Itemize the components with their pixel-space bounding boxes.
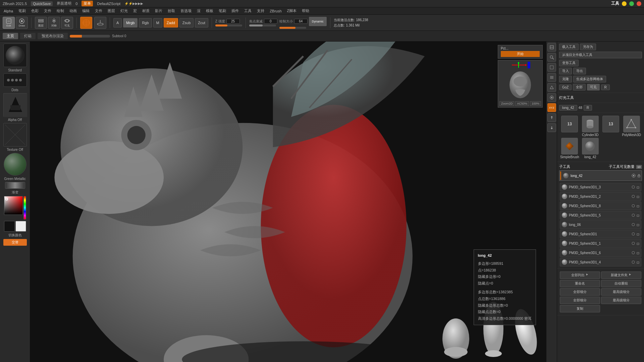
highest-subdiv2-btn[interactable]: 最高级细分 — [601, 297, 641, 304]
menu-pick[interactable]: 拾取 — [165, 8, 177, 14]
auto-group-btn[interactable]: 自动重组 — [601, 280, 641, 287]
import-tool-btn[interactable]: 载入工具 — [559, 44, 579, 50]
mesh-icon-btn[interactable] — [547, 83, 556, 92]
tool-simplebrush[interactable]: SimpleBrush — [560, 138, 580, 159]
visible2-btn[interactable]: 可见 — [587, 84, 600, 90]
layer-button[interactable]: 图层 — [35, 17, 47, 29]
brush-preview[interactable] — [3, 44, 27, 67]
clone-btn[interactable]: 克隆 — [559, 76, 572, 82]
z-intensity-val[interactable]: 25 — [226, 19, 240, 24]
layer-icon-btn[interactable] — [547, 73, 556, 82]
begin-btn[interactable]: 开始 — [501, 51, 540, 57]
menu-draw[interactable]: 绘制 — [54, 8, 66, 14]
menu-movie[interactable]: 影片 — [153, 8, 165, 14]
hue-strip[interactable] — [23, 196, 26, 220]
floor-btn[interactable] — [94, 17, 106, 29]
zcut-btn[interactable]: Zcut — [195, 18, 208, 27]
menu-animation[interactable]: 动画 — [67, 8, 79, 14]
swatch-white[interactable] — [15, 221, 26, 232]
subtool-pm3d-2[interactable]: PM3D_Sphere3D1_2 — [560, 192, 641, 201]
subtool-pm3d-5[interactable]: PM3D_Sphere3D1_5 — [560, 211, 641, 220]
zadd-btn[interactable]: Zadd — [164, 18, 178, 27]
menu-brush[interactable]: 笔刷 — [16, 8, 28, 14]
menu-edit[interactable]: 编辑 — [80, 8, 92, 14]
maximize-btn[interactable] — [629, 1, 634, 6]
from-project-btn[interactable]: 从项目文件载入工具 — [559, 52, 642, 58]
r-btn-mesh[interactable]: R — [584, 105, 592, 111]
draw-size-val[interactable]: 64 — [294, 19, 308, 24]
ac50-btn[interactable]: AC50% — [515, 101, 529, 106]
close-btn[interactable] — [637, 1, 641, 6]
menu-macro[interactable]: 宏 — [131, 8, 139, 14]
rgb-btn[interactable]: Rgb — [139, 18, 152, 27]
menu-layer[interactable]: 图层 — [105, 8, 117, 14]
search-down-btn[interactable] — [547, 123, 556, 132]
alpha-preview[interactable] — [3, 93, 27, 117]
focal-shift-val[interactable]: 0 — [264, 19, 277, 24]
menu-tool[interactable]: 工具 — [242, 8, 254, 14]
zoom2d-btn[interactable]: Zoom2D — [499, 101, 515, 106]
subtool-pm3d-3[interactable]: PM3D_Sphere3D1_3 — [560, 183, 641, 191]
menu-light[interactable]: 灯光 — [118, 8, 130, 14]
menu-file[interactable]: 文件 — [42, 8, 54, 14]
symmetry-button[interactable]: 对称 — [48, 17, 60, 29]
menu-zbrush[interactable]: ZBrush — [267, 8, 284, 14]
tool-val13a[interactable]: 13 — [560, 116, 580, 137]
tab-preview[interactable]: 预览布尔渲染 — [38, 33, 68, 39]
quicksave-btn[interactable]: QuickSave — [31, 1, 53, 6]
draw-button[interactable]: Draw — [16, 17, 28, 29]
mesh-long42-btn[interactable]: long_42 — [559, 105, 577, 111]
visibility-button[interactable]: 可见 — [61, 17, 73, 29]
mrgb-btn[interactable]: Mrgb — [123, 18, 138, 27]
subtool-pm3d-1[interactable]: PM3D_Sphere3D1 — [560, 230, 641, 238]
focal-shift-slider[interactable] — [249, 24, 276, 26]
generate-mesh-btn[interactable]: 生成多边形网格体 — [573, 76, 606, 82]
menu-material[interactable]: 材质 — [140, 8, 152, 14]
search-up-btn[interactable] — [547, 113, 556, 122]
seal-icon-btn[interactable] — [547, 93, 556, 102]
z-intensity-slider[interactable] — [215, 24, 242, 26]
gradient-strip[interactable] — [5, 182, 25, 189]
canvas-area[interactable]: long_42 多边形=188591 点=186238 隐藏多边形=0 隐藏点=… — [30, 42, 546, 362]
transform-tool-btn[interactable]: 变形工具 — [559, 60, 579, 66]
menu-zscript[interactable]: Z脚本 — [285, 8, 299, 14]
tool-polymesh3d[interactable]: PolyMesh3D — [622, 116, 642, 137]
menu-alpha[interactable]: Alpha — [1, 8, 15, 14]
menu-help[interactable]: 帮助 — [300, 8, 312, 14]
100pct-btn[interactable]: 100% — [530, 101, 541, 106]
goz-btn[interactable]: GoZ — [559, 84, 572, 90]
tool-long42[interactable]: long_42 — [581, 138, 600, 159]
perspective-btn[interactable] — [80, 17, 92, 29]
swatch-black[interactable] — [4, 221, 15, 232]
r-btn-top[interactable]: R — [601, 84, 609, 90]
draw-size-slider[interactable] — [279, 27, 306, 29]
rename-btn[interactable]: 重命名 — [560, 280, 600, 287]
menu-prefs[interactable]: 首选项 — [178, 8, 194, 14]
zoom-icon-btn[interactable] — [547, 53, 556, 62]
menu-plugin[interactable]: 插件 — [229, 8, 241, 14]
material-sphere[interactable] — [4, 153, 26, 176]
subtool-pm3d-8[interactable]: PM3D_Sphere3D1_8 — [560, 201, 641, 210]
tab-home[interactable]: 主页 — [3, 33, 18, 39]
menu-file2[interactable]: 文件 — [93, 8, 105, 14]
brush-dots-preview[interactable] — [3, 73, 27, 87]
tool-val13b[interactable]: 13 — [601, 116, 621, 137]
select-icon-btn[interactable] — [547, 63, 556, 72]
menu-brush2[interactable]: 笔刷 — [216, 8, 228, 14]
zsub-btn[interactable]: Zsub — [179, 18, 194, 27]
save-as-btn[interactable]: 另存为 — [580, 44, 596, 50]
texture-preview[interactable] — [3, 123, 27, 146]
menu-color[interactable]: 色彩 — [29, 8, 41, 14]
tab-lightbox[interactable]: 灯箱 — [20, 33, 36, 39]
subtool-pm3d-1b[interactable]: PM3D_Sphere3D1_1 — [560, 239, 641, 248]
edit-button[interactable]: Edit — [3, 17, 15, 29]
subtool-pm3d-4[interactable]: PM3D_Sphere3D1_4 — [560, 258, 641, 266]
visible-btn[interactable]: 全部 — [573, 84, 586, 90]
import-btn[interactable]: 导入 — [559, 68, 572, 74]
new-folder-btn[interactable]: 新建文件夹 — [601, 272, 641, 279]
subdivide-all-btn[interactable]: 全部细分 — [560, 288, 600, 296]
subtool-long06[interactable]: long_06 — [560, 220, 641, 229]
menu-support[interactable]: 支持 — [255, 8, 267, 14]
exchange-btn[interactable]: 交替 — [3, 239, 27, 246]
color-gradient-main[interactable] — [4, 196, 23, 215]
